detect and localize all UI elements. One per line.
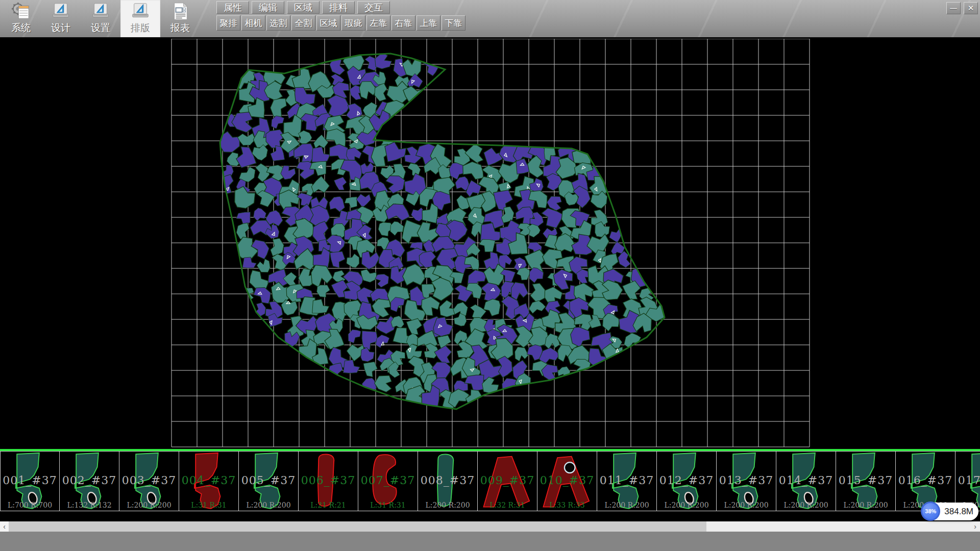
menu-tab-0[interactable]: 属性 <box>216 1 249 14</box>
tool-button-0[interactable]: 聚排 <box>216 15 240 31</box>
nav-tab-design[interactable]: 设计 <box>41 0 81 37</box>
piece-id-label: 008_#37 <box>418 474 477 487</box>
piece-lr-count-label: L:32 R:31 <box>478 501 537 509</box>
tool-button-2[interactable]: 选割 <box>266 15 290 31</box>
nav-tab-label: 系统 <box>11 21 31 35</box>
filmstrip-piece-013_#37[interactable]: 013_#37L:200 R:200 <box>717 451 776 511</box>
nav-tab-label: 排版 <box>131 21 150 35</box>
piece-id-label: 012_#37 <box>657 474 716 487</box>
nav-tab-settings[interactable]: 设置 <box>81 0 120 37</box>
tool-button-9[interactable]: 下靠 <box>442 15 465 31</box>
menu-tab-1[interactable]: 编辑 <box>252 1 284 14</box>
tool-button-4[interactable]: 区域 <box>316 15 340 31</box>
filmstrip-piece-011_#37[interactable]: 011_#37L:200 R:200 <box>597 451 657 511</box>
menu-tab-row: 属性编辑区域排料交互 <box>216 1 465 14</box>
memory-amount-label: 384.8M <box>944 507 973 517</box>
tool-button-7[interactable]: 右靠 <box>391 15 415 31</box>
piece-lr-count-label: L:31 R:31 <box>179 501 238 509</box>
piece-lr-count-label: L:33 R:33 <box>537 501 597 509</box>
filmstrip-piece-004_#37[interactable]: 004_#37L:31 R:31 <box>179 451 239 511</box>
filmstrip-piece-002_#37[interactable]: 002_#37L:132 R:132 <box>60 451 119 511</box>
window-controls: — ✕ <box>946 2 978 14</box>
nav-tab-label: 设置 <box>91 21 110 35</box>
scroll-right-arrow-icon[interactable]: › <box>971 521 979 532</box>
piece-id-label: 016_#37 <box>896 474 955 487</box>
menu-tab-4[interactable]: 交互 <box>357 1 390 14</box>
piece-lr-count-label: L:31 R:31 <box>358 501 418 509</box>
piece-id-label: 015_#37 <box>836 474 895 487</box>
system-icon <box>11 2 31 21</box>
piece-lr-count-label: L:200 R:200 <box>597 501 656 509</box>
memory-usage-pill: 38% 384.8M <box>922 503 978 520</box>
piece-id-label: 001_#37 <box>1 474 59 487</box>
status-bar <box>0 532 980 551</box>
piece-id-label: 014_#37 <box>776 474 836 487</box>
layout-icon <box>131 2 150 21</box>
menu-stack: 属性编辑区域排料交互 聚排相机选割全割区域瑕疵左靠右靠上靠下靠 <box>216 0 465 31</box>
piece-id-label: 005_#37 <box>239 474 298 487</box>
filmstrip-piece-009_#37[interactable]: 009_#37L:32 R:31 <box>478 451 537 511</box>
memory-percent-badge: 38% <box>921 502 940 521</box>
settings-icon <box>91 2 110 21</box>
nesting-workspace[interactable] <box>0 37 980 449</box>
tool-button-3[interactable]: 全割 <box>291 15 315 31</box>
piece-id-label: 004_#37 <box>179 474 238 487</box>
filmstrip-piece-008_#37[interactable]: 008_#37L:200 R:200 <box>418 451 478 511</box>
tool-button-6[interactable]: 左靠 <box>366 15 390 31</box>
filmstrip-piece-012_#37[interactable]: 012_#37L:200 R:200 <box>657 451 717 511</box>
piece-id-label: 010_#37 <box>537 474 597 487</box>
piece-id-label: 011_#37 <box>597 474 656 487</box>
piece-lr-count-label: L:132 R:132 <box>60 501 119 509</box>
piece-lr-count-label: L:200 R:200 <box>836 501 895 509</box>
nav-tab-layout[interactable]: 排版 <box>120 0 160 37</box>
filmstrip-piece-001_#37[interactable]: 001_#37L:700 R:700 <box>0 451 60 511</box>
report-icon <box>170 2 190 21</box>
nesting-canvas[interactable] <box>170 39 811 448</box>
piece-lr-count-label: L:200 R:200 <box>119 501 179 509</box>
filmstrip-piece-007_#37[interactable]: 007_#37L:31 R:31 <box>358 451 418 511</box>
menu-tab-2[interactable]: 区域 <box>287 1 320 14</box>
filmstrip-piece-015_#37[interactable]: 015_#37L:200 R:200 <box>836 451 896 511</box>
tool-button-1[interactable]: 相机 <box>241 15 265 31</box>
piece-id-label: 007_#37 <box>358 474 418 487</box>
scrollbar-thumb[interactable] <box>9 521 706 532</box>
filmstrip-piece-014_#37[interactable]: 014_#37L:200 R:200 <box>776 451 836 511</box>
filmstrip-piece-003_#37[interactable]: 003_#37L:200 R:200 <box>119 451 179 511</box>
minimize-button[interactable]: — <box>946 2 961 14</box>
close-button[interactable]: ✕ <box>964 2 978 14</box>
scroll-left-arrow-icon[interactable]: ‹ <box>0 521 9 532</box>
piece-id-label: 013_#37 <box>717 474 776 487</box>
tool-button-5[interactable]: 瑕疵 <box>341 15 365 31</box>
piece-id-label: 017_#37 <box>955 474 980 487</box>
piece-lr-count-label: L:200 R:200 <box>776 501 836 509</box>
piece-id-label: 006_#37 <box>299 474 358 487</box>
tool-button-8[interactable]: 上靠 <box>416 15 440 31</box>
horizontal-scrollbar[interactable]: ‹ › <box>0 521 980 532</box>
top-toolbar: 系统设计设置排版报表 属性编辑区域排料交互 聚排相机选割全割区域瑕疵左靠右靠上靠… <box>0 0 980 37</box>
design-icon <box>51 2 70 21</box>
piece-lr-count-label: L:200 R:200 <box>717 501 776 509</box>
piece-id-label: 009_#37 <box>478 474 537 487</box>
nested-pieces <box>214 51 669 413</box>
menu-tab-3[interactable]: 排料 <box>322 1 355 14</box>
nav-tab-label: 设计 <box>51 21 70 35</box>
filmstrip-piece-010_#37[interactable]: 010_#37L:33 R:33 <box>537 451 597 511</box>
piece-filmstrip: 001_#37L:700 R:700002_#37L:132 R:132003_… <box>0 451 980 512</box>
piece-id-label: 002_#37 <box>60 474 119 487</box>
piece-lr-count-label: L:200 R:200 <box>239 501 298 509</box>
filmstrip-piece-005_#37[interactable]: 005_#37L:200 R:200 <box>239 451 299 511</box>
nav-tabs: 系统设计设置排版报表 <box>1 0 200 37</box>
tool-button-row: 聚排相机选割全割区域瑕疵左靠右靠上靠下靠 <box>216 15 465 31</box>
piece-lr-count-label: L:200 R:200 <box>418 501 477 509</box>
nav-tab-system[interactable]: 系统 <box>1 0 41 37</box>
nav-tab-label: 报表 <box>170 21 190 35</box>
piece-lr-count-label: L:21 R:21 <box>299 501 358 509</box>
piece-id-label: 003_#37 <box>119 474 179 487</box>
nav-tab-report[interactable]: 报表 <box>160 0 200 37</box>
piece-lr-count-label: L:200 R:200 <box>657 501 716 509</box>
filmstrip-piece-006_#37[interactable]: 006_#37L:21 R:21 <box>299 451 358 511</box>
piece-lr-count-label: L:700 R:700 <box>1 501 59 509</box>
